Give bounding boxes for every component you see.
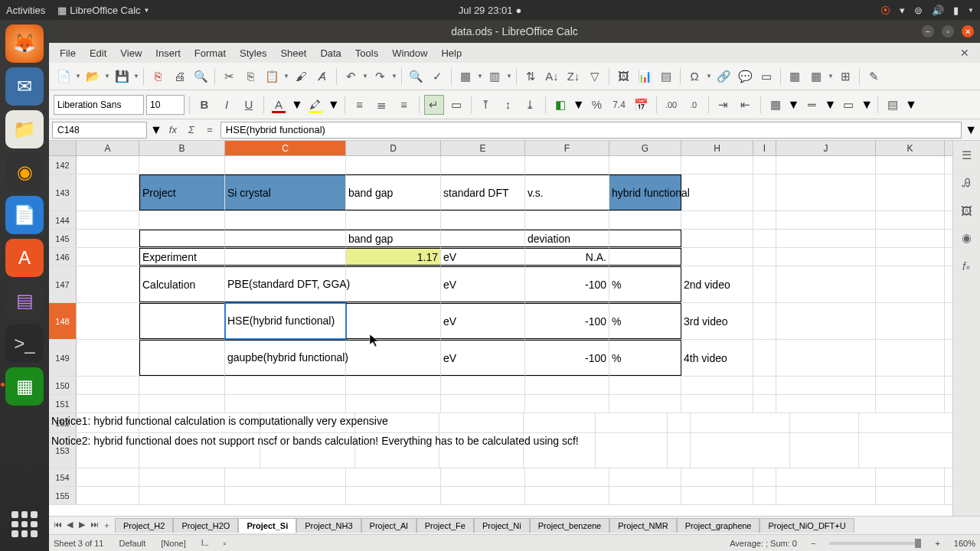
col-header-H[interactable]: H [681, 141, 753, 155]
activities-button[interactable]: Activities [6, 5, 45, 16]
cell[interactable] [139, 211, 225, 229]
cell[interactable] [225, 377, 346, 394]
cell[interactable] [753, 266, 776, 302]
sheet-tab[interactable]: Project_H2 [115, 518, 173, 533]
spellcheck-button[interactable]: ✓ [427, 67, 447, 86]
cell[interactable] [776, 303, 876, 339]
cell[interactable] [681, 487, 753, 504]
decrease-indent-button[interactable]: ⇤ [736, 95, 756, 115]
sort-button[interactable]: ⇅ [521, 67, 541, 86]
col-header-F[interactable]: F [525, 141, 609, 155]
row-header[interactable]: 146 [49, 248, 77, 266]
menu-insert[interactable]: Insert [149, 45, 187, 61]
print-button[interactable]: 🖨 [169, 67, 189, 86]
cell[interactable]: eV [441, 266, 525, 302]
cell[interactable] [876, 340, 945, 376]
row-header[interactable]: 142 [49, 156, 77, 174]
cell[interactable]: HSE(hybrid functional) [225, 303, 346, 339]
cell[interactable] [225, 230, 346, 247]
cell[interactable]: N.A. [525, 248, 609, 266]
clock[interactable]: Jul 29 23:01 ● [459, 5, 522, 16]
align-right-button[interactable]: ≡ [394, 95, 414, 115]
cell[interactable]: band gap [346, 230, 441, 247]
highlight-color-button[interactable]: 🖍 [305, 95, 325, 115]
cell[interactable] [77, 487, 139, 504]
cell[interactable]: % [609, 340, 681, 376]
page-style-label[interactable]: Default [119, 539, 145, 548]
cell[interactable] [609, 230, 681, 247]
align-bottom-button[interactable]: ⤓ [521, 95, 541, 115]
cell[interactable] [876, 211, 945, 229]
bold-button[interactable]: B [194, 95, 214, 115]
properties-panel-button[interactable]: ☰ [957, 145, 977, 165]
cell[interactable] [346, 156, 441, 174]
save-button[interactable]: 💾 [112, 67, 132, 86]
cell[interactable] [876, 487, 945, 504]
percent-button[interactable]: % [587, 95, 607, 115]
row-header[interactable]: 155 [49, 487, 77, 504]
cell[interactable] [77, 468, 139, 486]
cell[interactable] [77, 266, 139, 302]
menu-format[interactable]: Format [188, 45, 232, 61]
insert-mode-label[interactable]: I⎵ [201, 539, 208, 547]
cell[interactable]: eV [441, 248, 525, 266]
row-header[interactable]: 147 [49, 266, 77, 302]
formula-button[interactable]: = [202, 122, 217, 138]
cell[interactable]: deviation [525, 230, 609, 247]
cell[interactable] [753, 230, 776, 247]
cell[interactable] [525, 395, 609, 412]
cell[interactable] [753, 303, 776, 339]
navigator-panel-button[interactable]: ◉ [957, 228, 977, 248]
cell[interactable] [609, 395, 681, 412]
currency-button[interactable]: ◧ [550, 95, 570, 115]
maximize-button[interactable]: ▫ [942, 25, 954, 37]
cell[interactable] [441, 230, 525, 247]
dock-writer[interactable]: 📄 [5, 196, 44, 234]
cell[interactable] [681, 395, 753, 412]
select-all-corner[interactable] [49, 141, 77, 155]
cell[interactable]: -100 [525, 303, 609, 339]
dock-files[interactable]: 📁 [5, 110, 44, 148]
cell[interactable] [441, 487, 525, 504]
cell[interactable] [776, 487, 876, 504]
underline-button[interactable]: U [239, 95, 259, 115]
border-style-button[interactable]: ═ [802, 95, 822, 115]
draw-button[interactable]: ✎ [864, 67, 884, 86]
cell[interactable] [225, 395, 346, 412]
paste-button[interactable]: 📋 [262, 67, 282, 86]
headers-footers-button[interactable]: ▭ [756, 67, 776, 86]
export-pdf-button[interactable]: ⎘ [148, 67, 168, 86]
align-top-button[interactable]: ⤒ [476, 95, 496, 115]
row-header[interactable]: 145 [49, 230, 77, 247]
cell[interactable] [225, 211, 346, 229]
align-middle-button[interactable]: ↕ [498, 95, 518, 115]
find-button[interactable]: 🔍 [406, 67, 426, 86]
language-label[interactable]: [None] [161, 539, 185, 548]
copy-button[interactable]: ⎘ [240, 67, 260, 86]
cell[interactable] [441, 395, 525, 412]
cell[interactable]: band gap [346, 174, 441, 210]
undo-button[interactable]: ↶ [341, 67, 361, 86]
menu-help[interactable]: Help [435, 45, 468, 61]
selection-mode-label[interactable]: ▫ [224, 539, 227, 548]
cell[interactable] [139, 156, 225, 174]
align-center-button[interactable]: ≣ [372, 95, 392, 115]
cell[interactable] [681, 377, 753, 394]
cell[interactable] [753, 340, 776, 376]
cell[interactable] [753, 211, 776, 229]
cell[interactable] [441, 211, 525, 229]
cell[interactable] [776, 248, 876, 266]
network-icon[interactable]: ▾ [900, 5, 905, 16]
cell[interactable] [668, 413, 691, 432]
cell[interactable] [346, 303, 441, 339]
cell[interactable] [139, 377, 225, 394]
col-header-G[interactable]: G [609, 141, 681, 155]
sheet-tab[interactable]: Project_NH3 [296, 518, 361, 533]
cell[interactable] [225, 468, 346, 486]
cell[interactable]: -100 [525, 266, 609, 302]
col-header-E[interactable]: E [441, 141, 525, 155]
cell[interactable] [876, 248, 945, 266]
hyperlink-button[interactable]: 🔗 [714, 67, 733, 86]
cell[interactable] [441, 156, 525, 174]
print-preview-button[interactable]: 🔍 [191, 67, 211, 86]
